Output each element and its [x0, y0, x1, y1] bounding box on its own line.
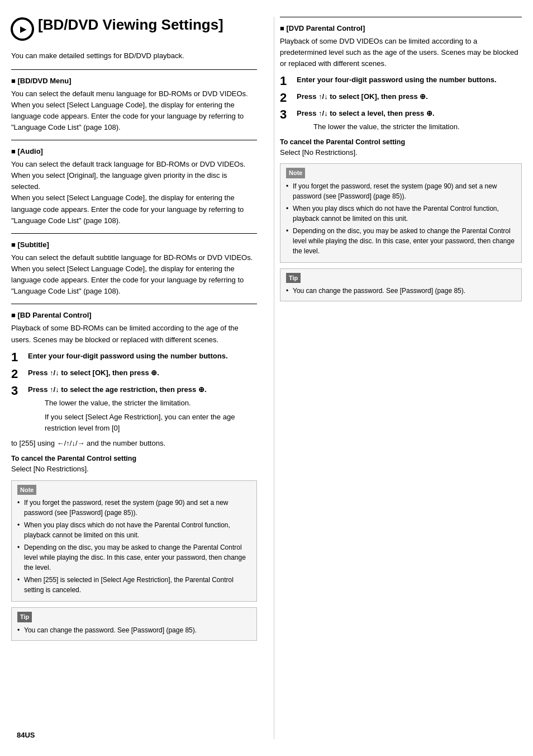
body-bd-dvd-menu: You can select the default menu language…: [11, 88, 257, 134]
tip-item: You can change the password. See [Passwo…: [17, 625, 251, 635]
note-item: Depending on the disc, you may be asked …: [286, 226, 516, 256]
left-column: [BD/DVD Viewing Settings] You can make d…: [11, 17, 274, 739]
heading-bd-parental: [BD Parental Control]: [11, 311, 257, 319]
body-dvd-parental-intro: Playback of some DVD VIDEOs can be limit…: [280, 36, 522, 69]
divider-2: [11, 140, 257, 140]
section-bd-dvd-menu: [BD/DVD Menu] You can select the default…: [11, 77, 257, 134]
bd-parental-steps: 1 Enter your four-digit password using t…: [11, 351, 257, 433]
step-1: 1 Enter your four-digit password using t…: [11, 351, 257, 363]
dvd-to-cancel-text: Select [No Restrictions].: [280, 147, 522, 158]
heading-dvd-parental: [DVD Parental Control]: [280, 24, 522, 32]
bd-parental-note-list: If you forget the password, reset the sy…: [17, 498, 251, 595]
divider-4: [11, 304, 257, 304]
divider-3: [11, 233, 257, 234]
section-dvd-parental: [DVD Parental Control] Playback of some …: [280, 24, 522, 133]
heading-audio: [Audio]: [11, 147, 257, 155]
dvd-step-3-subtext: The lower the value, the stricter the li…: [313, 121, 522, 133]
right-column: [DVD Parental Control] Playback of some …: [274, 17, 522, 739]
note-item: When [255] is selected in [Select Age Re…: [17, 575, 251, 595]
step-3: 3 Press ↑/↓ to select the age restrictio…: [11, 385, 257, 433]
heading-subtitle: [Subtitle]: [11, 240, 257, 249]
bd-to-cancel-text: Select [No Restrictions].: [11, 464, 257, 475]
section-bd-parental: [BD Parental Control] Playback of some B…: [11, 311, 257, 433]
note-item: When you play discs which do not have th…: [17, 520, 251, 540]
section-audio: [Audio] You can select the default track…: [11, 147, 257, 226]
dvd-parental-tip-list: You can change the password. See [Passwo…: [286, 286, 516, 296]
disc-icon: [11, 18, 34, 40]
note-item: If you forget the password, reset the sy…: [17, 498, 251, 518]
dvd-parental-steps: 1 Enter your four-digit password using t…: [280, 75, 522, 132]
bd-to-cancel-heading: To cancel the Parental Control setting: [11, 455, 257, 462]
tip-item: You can change the password. See [Passwo…: [286, 286, 516, 296]
section-subtitle: [Subtitle] You can select the default su…: [11, 240, 257, 297]
bd-parental-note: Note If you forget the password, reset t…: [11, 480, 257, 602]
body-subtitle: You can select the default subtitle lang…: [11, 252, 257, 297]
bd-parental-continuation: to [255] using ←/↑/↓/→ and the number bu…: [11, 438, 257, 449]
dvd-step-1: 1 Enter your four-digit password using t…: [280, 75, 522, 87]
step-3-subtext: The lower the value, the stricter the li…: [45, 398, 257, 434]
dvd-parental-note: Note If you forget the password, reset t…: [280, 163, 522, 263]
body-bd-parental-intro: Playback of some BD-ROMs can be limited …: [11, 323, 257, 345]
step-2: 2 Press ↑/↓ to select [OK], then press ⊕…: [11, 368, 257, 380]
dvd-step-2: 2 Press ↑/↓ to select [OK], then press ⊕…: [280, 92, 522, 104]
body-audio: You can select the default track languag…: [11, 159, 257, 226]
right-divider-top: [280, 17, 522, 17]
intro-text: You can make detailed settings for BD/DV…: [11, 50, 257, 62]
bd-parental-tip-list: You can change the password. See [Passwo…: [17, 625, 251, 635]
page-title: [BD/DVD Viewing Settings]: [11, 17, 257, 40]
dvd-to-cancel-heading: To cancel the Parental Control setting: [280, 138, 522, 146]
dvd-parental-note-list: If you forget the password, reset the sy…: [286, 181, 516, 256]
divider-1: [11, 69, 257, 70]
heading-bd-dvd-menu: [BD/DVD Menu]: [11, 77, 257, 85]
note-item: If you forget the password, reset the sy…: [286, 181, 516, 201]
dvd-parental-tip: Tip You can change the password. See [Pa…: [280, 268, 522, 302]
page-number: 84US: [17, 731, 35, 739]
note-item: When you play discs which do not have th…: [286, 204, 516, 224]
bd-parental-tip: Tip You can change the password. See [Pa…: [11, 607, 257, 641]
note-item: Depending on the disc, you may be asked …: [17, 542, 251, 573]
dvd-step-3: 3 Press ↑/↓ to select a level, then pres…: [280, 108, 522, 132]
